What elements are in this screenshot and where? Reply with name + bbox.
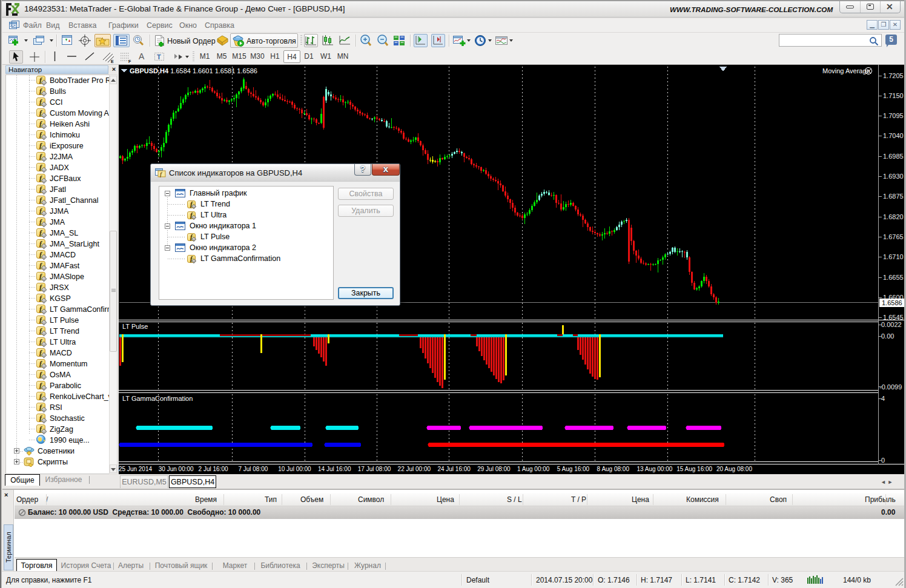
- svg-text:22 Jul 00:00: 22 Jul 00:00: [398, 466, 431, 472]
- svg-text:13 Aug 00:00: 13 Aug 00:00: [637, 466, 672, 472]
- svg-text:29 Jul 08:00: 29 Jul 08:00: [477, 466, 511, 472]
- svg-text:E: E: [111, 59, 114, 64]
- svg-text:Moving Average: Moving Average: [822, 67, 870, 74]
- svg-text:1.6586: 1.6586: [882, 299, 902, 306]
- svg-text:T: T: [157, 53, 161, 61]
- svg-text:1.6930: 1.6930: [883, 173, 904, 180]
- svg-text:24 Jul 16:00: 24 Jul 16:00: [437, 466, 471, 472]
- svg-text:1.6710: 1.6710: [883, 253, 904, 260]
- svg-text:1.7040: 1.7040: [883, 132, 904, 139]
- svg-text:0: 0: [881, 457, 885, 464]
- svg-text:-0.0099: -0.0099: [879, 383, 902, 391]
- svg-text:1.6545: 1.6545: [883, 314, 904, 321]
- svg-text:8 Aug 08:00: 8 Aug 08:00: [597, 466, 630, 472]
- svg-text:0.00: 0.00: [881, 332, 894, 340]
- svg-text:1.7205: 1.7205: [883, 72, 904, 79]
- svg-text:30 Jun 00:00: 30 Jun 00:00: [159, 466, 194, 472]
- svg-text:GBPUSD,H4 1.6584 1.6601 1.658: GBPUSD,H4 1.6584 1.6601 1.6581 1.6586: [130, 67, 257, 74]
- svg-text:1 Aug 00:00: 1 Aug 00:00: [517, 466, 550, 472]
- svg-text:1.6765: 1.6765: [883, 233, 904, 240]
- svg-text:1.7095: 1.7095: [883, 112, 904, 119]
- svg-text:5 Aug 16:00: 5 Aug 16:00: [557, 466, 590, 472]
- svg-text:A: A: [139, 51, 145, 61]
- svg-text:14 Jul 16:00: 14 Jul 16:00: [318, 466, 351, 472]
- svg-text:25 Jun 2014: 25 Jun 2014: [119, 466, 152, 472]
- svg-text:1.6875: 1.6875: [883, 193, 904, 200]
- svg-text:17 Jul 08:00: 17 Jul 08:00: [358, 466, 391, 472]
- svg-text:2 Jul 16:00: 2 Jul 16:00: [199, 466, 228, 472]
- svg-text:0.0022: 0.0022: [881, 321, 902, 328]
- svg-text:7 Jul 08:00: 7 Jul 08:00: [238, 466, 268, 472]
- svg-text:10 Jul 00:00: 10 Jul 00:00: [278, 466, 311, 472]
- svg-text:15 Aug 16:00: 15 Aug 16:00: [676, 466, 712, 472]
- svg-text:1.6820: 1.6820: [883, 213, 904, 220]
- svg-text:4: 4: [881, 395, 885, 402]
- svg-text:20 Aug 08:00: 20 Aug 08:00: [716, 466, 752, 472]
- svg-text:1.6985: 1.6985: [883, 153, 904, 160]
- svg-text:1.6655: 1.6655: [883, 274, 904, 281]
- svg-text:1.7150: 1.7150: [883, 92, 904, 99]
- svg-text:LT Pulse: LT Pulse: [122, 323, 148, 330]
- svg-text:F: F: [128, 59, 131, 64]
- svg-text:LT GammaConfirmation: LT GammaConfirmation: [122, 395, 193, 402]
